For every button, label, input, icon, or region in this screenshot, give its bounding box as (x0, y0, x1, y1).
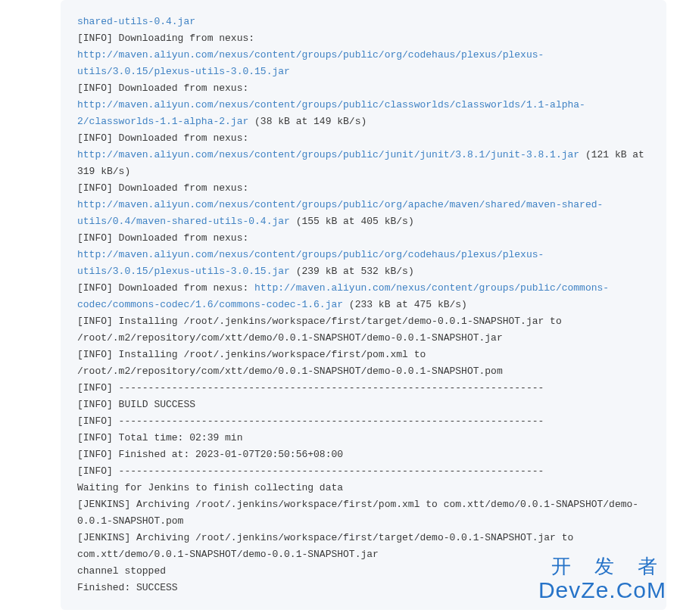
console-text: [INFO] Total time: 02:39 min (77, 432, 242, 443)
console-line: http://maven.aliyun.com/nexus/content/gr… (77, 97, 650, 130)
console-text: [JENKINS] Archiving /root/.jenkins/works… (77, 532, 573, 560)
console-text: [INFO] Installing /root/.jenkins/workspa… (77, 316, 562, 344)
console-text: [INFO] Downloading from nexus: (77, 33, 254, 44)
console-line: [INFO] ---------------------------------… (77, 413, 650, 430)
console-line: [INFO] BUILD SUCCESS (77, 397, 650, 413)
console-text: (233 kB at 475 kB/s) (343, 299, 467, 310)
console-line: [INFO] Installing /root/.jenkins/workspa… (77, 313, 650, 347)
console-line: [INFO] Total time: 02:39 min (77, 430, 650, 446)
console-text: [INFO] ---------------------------------… (77, 415, 544, 427)
console-text: [INFO] Downloaded from nexus: (77, 182, 248, 194)
console-text: [INFO] Finished at: 2023-01-07T20:50:56+… (77, 449, 343, 460)
console-line: shared-utils-0.4.jar (77, 14, 650, 30)
console-line: Waiting for Jenkins to finish collecting… (77, 480, 650, 496)
console-line: [JENKINS] Archiving /root/.jenkins/works… (77, 496, 650, 530)
console-line: [INFO] Downloaded from nexus: (77, 180, 650, 197)
console-text: [INFO] ---------------------------------… (77, 465, 544, 477)
console-line: [JENKINS] Archiving /root/.jenkins/works… (77, 530, 650, 563)
console-line: [INFO] Installing /root/.jenkins/workspa… (77, 347, 650, 380)
console-text: [JENKINS] Archiving /root/.jenkins/works… (77, 499, 638, 527)
console-line: [INFO] Downloading from nexus: (77, 30, 650, 47)
console-line: http://maven.aliyun.com/nexus/content/gr… (77, 247, 650, 280)
console-line: [INFO] Downloaded from nexus: http://mav… (77, 280, 650, 313)
console-text: [INFO] Downloaded from nexus: (77, 82, 248, 94)
console-line: [INFO] ---------------------------------… (77, 463, 650, 480)
console-text: [INFO] ---------------------------------… (77, 382, 544, 394)
console-text: (239 kB at 532 kB/s) (290, 266, 414, 277)
console-line: [INFO] Finished at: 2023-01-07T20:50:56+… (77, 446, 650, 463)
console-line: [INFO] Downloaded from nexus: (77, 230, 650, 247)
console-line: http://maven.aliyun.com/nexus/content/gr… (77, 47, 650, 80)
console-text: [INFO] Installing /root/.jenkins/workspa… (77, 349, 503, 377)
console-output: shared-utils-0.4.jar[INFO] Downloading f… (61, 0, 666, 610)
console-line: channel stopped (77, 563, 650, 580)
console-line: [INFO] Downloaded from nexus: (77, 80, 650, 97)
console-text: (38 kB at 149 kB/s) (248, 116, 367, 127)
console-text: channel stopped (77, 565, 166, 577)
console-link[interactable]: http://maven.aliyun.com/nexus/content/gr… (77, 149, 579, 160)
console-line: http://maven.aliyun.com/nexus/content/gr… (77, 197, 650, 230)
console-text: [INFO] Downloaded from nexus: (77, 282, 254, 294)
console-text: [INFO] BUILD SUCCESS (77, 399, 195, 410)
console-text: [INFO] Downloaded from nexus: (77, 132, 248, 144)
console-link[interactable]: shared-utils-0.4.jar (77, 16, 195, 27)
console-text: Finished: SUCCESS (77, 582, 178, 593)
console-text: Waiting for Jenkins to finish collecting… (77, 482, 343, 493)
console-line: Finished: SUCCESS (77, 580, 650, 596)
console-link[interactable]: http://maven.aliyun.com/nexus/content/gr… (77, 49, 544, 77)
console-line: [INFO] ---------------------------------… (77, 380, 650, 397)
console-text: (155 kB at 405 kB/s) (290, 216, 414, 227)
console-line: [INFO] Downloaded from nexus: http://mav… (77, 130, 650, 180)
console-text: [INFO] Downloaded from nexus: (77, 232, 248, 244)
